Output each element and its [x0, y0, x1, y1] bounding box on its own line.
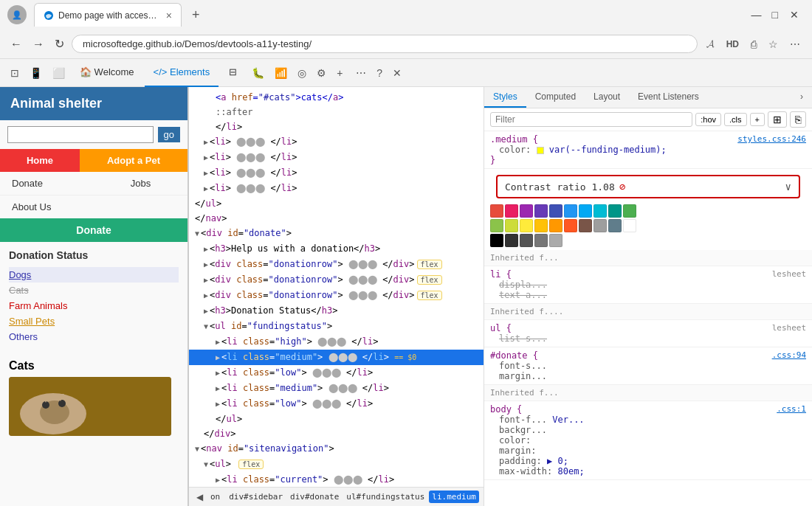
tab-elements[interactable]: </> Elements: [145, 59, 219, 87]
chevron-down-icon[interactable]: ∨: [785, 181, 791, 193]
dom-line[interactable]: ▶<li> ⬤⬤⬤ </li>: [189, 181, 484, 196]
tab-styles[interactable]: Styles: [484, 87, 526, 108]
close-devtools-icon[interactable]: ✕: [388, 64, 406, 82]
dom-line[interactable]: ▶<div class="donationrow"> ⬤⬤⬤ </div>fle…: [189, 288, 484, 303]
maximize-button[interactable]: □: [768, 7, 782, 22]
styles-filter-input[interactable]: [490, 112, 692, 127]
device-emulation-icon[interactable]: 📱: [25, 64, 47, 82]
rule-source-link[interactable]: styles.css:246: [737, 134, 806, 144]
swatch[interactable]: [564, 204, 577, 218]
minimize-button[interactable]: —: [747, 7, 766, 22]
donate-nav-button[interactable]: Donate: [0, 172, 94, 195]
swatch[interactable]: [505, 234, 518, 247]
settings-icon[interactable]: ⚙: [312, 64, 331, 82]
url-input[interactable]: [72, 35, 698, 53]
dom-line[interactable]: </li>: [189, 119, 484, 134]
dom-line[interactable]: ▼<nav id="sitenavigation">: [189, 441, 484, 457]
dom-line[interactable]: ▶<li class="low"> ⬤⬤⬤ </li>: [189, 365, 484, 381]
dom-line[interactable]: ▶<li class="low"> ⬤⬤⬤ </li>: [189, 396, 484, 412]
swatch[interactable]: [564, 219, 577, 232]
dock-icon[interactable]: ⬜: [48, 64, 69, 82]
dom-line[interactable]: </ul>: [189, 196, 484, 211]
breadcrumb-item[interactable]: on: [207, 491, 223, 503]
forward-button[interactable]: →: [30, 35, 47, 54]
more-tools-devtools-icon[interactable]: ⋯: [351, 64, 371, 82]
breadcrumb-item[interactable]: div#donate: [287, 491, 342, 503]
tab-welcome[interactable]: 🏠 Welcome: [71, 59, 143, 87]
swatch[interactable]: [534, 234, 548, 247]
donate-banner-button[interactable]: Donate: [0, 218, 187, 242]
dom-line[interactable]: ▶<h3>Donation Status</h3>: [189, 303, 484, 319]
adopt-nav-button[interactable]: Adopt a Pet: [80, 149, 187, 172]
add-tool-icon[interactable]: +: [332, 64, 347, 82]
tab-close-btn[interactable]: ×: [166, 10, 172, 21]
breadcrumb-item[interactable]: div#sidebar: [226, 491, 286, 503]
network-icon[interactable]: 🐛: [247, 64, 269, 82]
rule-source-link[interactable]: .css:94: [772, 350, 806, 360]
swatch[interactable]: [490, 204, 503, 218]
dom-line[interactable]: ▶<li class="high"> ⬤⬤⬤ </li>: [189, 334, 484, 350]
new-tab-button[interactable]: +: [186, 6, 206, 24]
dom-line-selected[interactable]: ▶<li class="medium"> ⬤⬤⬤ </li> == $0: [189, 350, 484, 365]
breadcrumb-item[interactable]: ul#fundingstatus: [343, 491, 427, 503]
tab-computed[interactable]: Computed: [526, 87, 585, 108]
swatch[interactable]: [593, 204, 607, 218]
breadcrumb-scroll-right[interactable]: ▶: [481, 491, 484, 504]
swatch[interactable]: [505, 204, 518, 218]
swatch[interactable]: [505, 219, 518, 232]
tab-event-listeners[interactable]: Event Listeners: [629, 87, 708, 108]
swatch[interactable]: [579, 204, 592, 218]
color-swatch-inline[interactable]: [537, 147, 544, 154]
breadcrumb-item-active[interactable]: li.medium: [429, 491, 479, 503]
reader-mode-icon[interactable]: HD: [722, 36, 743, 52]
swatch[interactable]: [520, 204, 533, 218]
tab-layout[interactable]: Layout: [585, 87, 629, 108]
dom-line[interactable]: </div>: [189, 426, 484, 441]
dom-line[interactable]: ▼<div id="donate">: [189, 226, 484, 241]
home-nav-button[interactable]: Home: [0, 149, 80, 172]
dom-line[interactable]: ▶<li> ⬤⬤⬤ </li>: [189, 150, 484, 165]
contrast-ratio-box[interactable]: Contrast ratio 1.08 ⊘ ∨: [496, 175, 800, 198]
rule-source-link[interactable]: .css:1: [777, 404, 806, 414]
pseudo-hover-button[interactable]: :hov: [695, 113, 721, 126]
tab-console[interactable]: ⊟: [220, 59, 246, 87]
dom-line[interactable]: </nav>: [189, 211, 484, 226]
dom-line[interactable]: ▶<div class="donationrow"> ⬤⬤⬤ </div>fle…: [189, 272, 484, 288]
breadcrumb-scroll-left[interactable]: ◀: [193, 491, 206, 504]
dom-line[interactable]: ▶<li> ⬤⬤⬤ </li>: [189, 165, 484, 181]
swatch[interactable]: [608, 204, 622, 218]
swatch[interactable]: [490, 219, 503, 232]
refresh-button[interactable]: ↻: [52, 34, 67, 54]
back-button[interactable]: ←: [7, 35, 25, 54]
swatch[interactable]: [549, 234, 562, 247]
favorites-icon[interactable]: ☆: [764, 35, 782, 53]
more-tools-icon[interactable]: ⋯: [785, 35, 805, 53]
about-nav-button[interactable]: About Us: [0, 195, 187, 218]
swatch[interactable]: [520, 219, 533, 232]
swatch[interactable]: [593, 219, 607, 232]
help-devtools-icon[interactable]: ?: [372, 64, 387, 82]
swatch[interactable]: [579, 219, 592, 232]
swatch[interactable]: [623, 219, 636, 232]
dom-line[interactable]: ▶<li class="current"> ⬤⬤⬤ </li>: [189, 472, 484, 487]
style-actions-button[interactable]: ⊞: [768, 111, 787, 128]
dom-line[interactable]: </ul>: [189, 412, 484, 426]
performance-icon[interactable]: ◎: [293, 64, 311, 82]
search-go-button[interactable]: go: [158, 127, 180, 142]
share-icon[interactable]: ⎙: [746, 35, 761, 53]
swatch[interactable]: [608, 219, 622, 232]
jobs-nav-button[interactable]: Jobs: [94, 172, 187, 195]
pseudo-cls-button[interactable]: .cls: [724, 113, 747, 126]
swatch[interactable]: [490, 234, 503, 247]
dom-line[interactable]: ::after: [189, 105, 484, 119]
swatch[interactable]: [534, 204, 548, 218]
dom-line[interactable]: ▼<ul id="fundingstatus">: [189, 319, 484, 334]
swatch[interactable]: [549, 219, 562, 232]
dom-line[interactable]: <a href="#cats">cats</a>: [189, 90, 484, 105]
inspect-element-icon[interactable]: ⊡: [6, 64, 24, 82]
add-style-rule-button[interactable]: +: [750, 113, 765, 126]
tab-expand[interactable]: ›: [791, 87, 812, 108]
swatch[interactable]: [623, 204, 636, 218]
search-input[interactable]: [7, 126, 154, 143]
dom-line[interactable]: ▶<li class="medium"> ⬤⬤⬤ </li>: [189, 381, 484, 396]
